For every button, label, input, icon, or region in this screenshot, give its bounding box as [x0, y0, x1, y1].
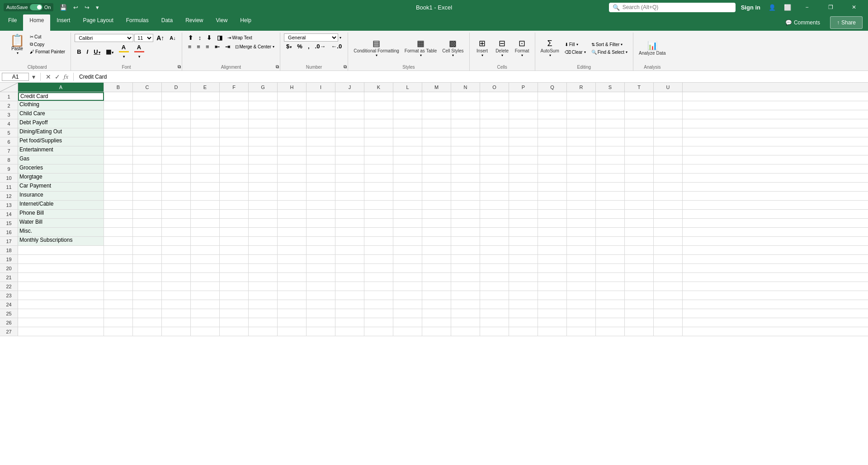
cell-9-e[interactable] [191, 164, 220, 173]
cell-12-h[interactable] [278, 192, 307, 200]
cell-1-t[interactable] [625, 92, 654, 101]
cell-18-o[interactable] [480, 246, 509, 254]
cell-8-h[interactable] [278, 155, 307, 164]
col-header-h[interactable]: H [278, 83, 307, 92]
cell-13-d[interactable] [162, 201, 191, 209]
cell-13-f[interactable] [220, 201, 249, 209]
tab-help[interactable]: Help [234, 14, 258, 31]
cell-13-g[interactable] [249, 201, 278, 209]
cell-5-b[interactable] [104, 128, 133, 137]
col-header-j[interactable]: J [335, 83, 364, 92]
cell-16-n[interactable] [451, 228, 480, 236]
cell-24-m[interactable] [422, 300, 451, 309]
cell-20-c[interactable] [133, 264, 162, 272]
cell-19-t[interactable] [625, 255, 654, 263]
cell-10-l[interactable] [393, 174, 422, 182]
font-color-button[interactable]: A ▾ [132, 43, 146, 60]
cell-9-j[interactable] [335, 164, 364, 173]
cell-8-f[interactable] [220, 155, 249, 164]
align-left-button[interactable]: ≡ [186, 42, 194, 51]
cell-16-l[interactable] [393, 228, 422, 236]
cell-20-o[interactable] [480, 264, 509, 272]
col-header-i[interactable]: I [307, 83, 335, 92]
cell-4-o[interactable] [480, 119, 509, 128]
cell-23-j[interactable] [335, 291, 364, 300]
cell-3-k[interactable] [364, 110, 393, 119]
cell-27-o[interactable] [480, 327, 509, 336]
cell-12-o[interactable] [480, 192, 509, 200]
cell-6-a[interactable]: Pet food/Supplies [18, 137, 104, 146]
cell-25-m[interactable] [422, 309, 451, 318]
cell-25-j[interactable] [335, 309, 364, 318]
cell-7-g[interactable] [249, 146, 278, 155]
cell-20-s[interactable] [596, 264, 625, 272]
cell-8-q[interactable] [538, 155, 567, 164]
cell-4-d[interactable] [162, 119, 191, 128]
customize-qat-button[interactable]: ▾ [93, 3, 102, 12]
restore-button[interactable]: ❐ [820, 0, 841, 14]
cell-25-f[interactable] [220, 309, 249, 318]
cell-3-b[interactable] [104, 110, 133, 119]
row-num-25[interactable]: 25 [0, 309, 18, 318]
cell-19-d[interactable] [162, 255, 191, 263]
cell-21-a[interactable] [18, 273, 104, 282]
cell-19-j[interactable] [335, 255, 364, 263]
cell-15-p[interactable] [509, 219, 538, 227]
cell-19-a[interactable] [18, 255, 104, 263]
cell-22-l[interactable] [393, 282, 422, 291]
cell-25-d[interactable] [162, 309, 191, 318]
cell-13-e[interactable] [191, 201, 220, 209]
cell-12-d[interactable] [162, 192, 191, 200]
cell-10-g[interactable] [249, 174, 278, 182]
row-num-22[interactable]: 22 [0, 282, 18, 291]
cell-27-c[interactable] [133, 327, 162, 336]
cell-12-l[interactable] [393, 192, 422, 200]
cell-12-m[interactable] [422, 192, 451, 200]
cell-12-b[interactable] [104, 192, 133, 200]
row-num-2[interactable]: 2 [0, 101, 18, 110]
cell-3-h[interactable] [278, 110, 307, 119]
row-num-13[interactable]: 13 [0, 201, 18, 209]
cell-10-k[interactable] [364, 174, 393, 182]
cell-10-m[interactable] [422, 174, 451, 182]
row-num-12[interactable]: 12 [0, 192, 18, 200]
cell-19-u[interactable] [654, 255, 683, 263]
tab-data[interactable]: Data [155, 14, 179, 31]
cell-9-f[interactable] [220, 164, 249, 173]
cell-14-m[interactable] [422, 210, 451, 218]
row-num-9[interactable]: 9 [0, 164, 18, 173]
paste-button[interactable]: 📋 Paste ▾ [7, 33, 27, 63]
cell-26-u[interactable] [654, 318, 683, 327]
cell-16-s[interactable] [596, 228, 625, 236]
cell-17-c[interactable] [133, 237, 162, 245]
cell-4-s[interactable] [596, 119, 625, 128]
cut-button[interactable]: ✂ Cut [28, 33, 67, 40]
minimize-button[interactable]: − [797, 0, 817, 14]
cell-22-g[interactable] [249, 282, 278, 291]
cell-22-i[interactable] [307, 282, 335, 291]
cell-9-a[interactable]: Groceries [18, 164, 104, 173]
cell-5-n[interactable] [451, 128, 480, 137]
cell-20-e[interactable] [191, 264, 220, 272]
cell-8-d[interactable] [162, 155, 191, 164]
cell-26-r[interactable] [567, 318, 596, 327]
cell-17-d[interactable] [162, 237, 191, 245]
row-num-17[interactable]: 17 [0, 237, 18, 245]
cell-18-k[interactable] [364, 246, 393, 254]
cell-8-m[interactable] [422, 155, 451, 164]
cell-19-l[interactable] [393, 255, 422, 263]
format-as-table-button[interactable]: ▦ Format as Table ▾ [403, 38, 439, 58]
cell-1-u[interactable] [654, 92, 683, 101]
cell-4-f[interactable] [220, 119, 249, 128]
row-num-15[interactable]: 15 [0, 219, 18, 227]
col-header-d[interactable]: D [162, 83, 191, 92]
cell-7-m[interactable] [422, 146, 451, 155]
cell-15-g[interactable] [249, 219, 278, 227]
cell-14-n[interactable] [451, 210, 480, 218]
cell-23-m[interactable] [422, 291, 451, 300]
analyze-data-button[interactable]: 📊 Analyze Data [637, 41, 667, 56]
cell-2-g[interactable] [249, 101, 278, 110]
cell-9-i[interactable] [307, 164, 335, 173]
cell-9-n[interactable] [451, 164, 480, 173]
cell-17-s[interactable] [596, 237, 625, 245]
